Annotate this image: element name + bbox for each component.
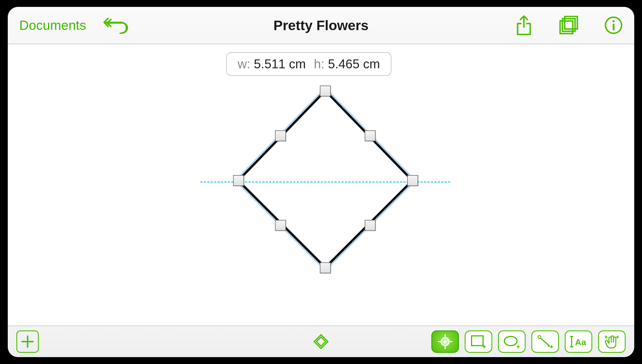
plus-icon — [20, 334, 35, 349]
add-shape-button[interactable] — [16, 330, 39, 353]
svg-text:Aa: Aa — [575, 337, 586, 347]
ellipse-icon — [503, 334, 521, 349]
freehand-tool[interactable] — [598, 330, 626, 353]
rectangle-tool[interactable] — [465, 330, 492, 353]
ellipse-tool[interactable] — [498, 330, 526, 353]
selection-highlight-icon — [237, 90, 414, 269]
documents-back-button[interactable]: Documents — [19, 18, 86, 33]
diamond-shape-icon — [238, 91, 412, 268]
resize-handle[interactable] — [275, 130, 286, 141]
resize-handle[interactable] — [275, 220, 286, 231]
resize-handle[interactable] — [233, 175, 244, 186]
info-icon — [604, 16, 623, 34]
hand-icon — [603, 334, 620, 350]
drawing-mode-indicator[interactable] — [313, 334, 329, 350]
width-value: 5.511 cm — [254, 57, 306, 71]
line-tool[interactable] — [531, 330, 559, 353]
canvases-button[interactable] — [558, 16, 578, 35]
rectangle-icon — [470, 334, 487, 349]
height-label: h: — [314, 57, 324, 71]
top-toolbar: Documents Pretty Flowers — [8, 7, 634, 44]
resize-handle[interactable] — [365, 220, 376, 231]
text-icon: Aa — [569, 334, 588, 349]
canvas[interactable]: w: 5.511 cm h: 5.465 cm — [8, 44, 634, 326]
crosshair-icon — [437, 334, 453, 350]
svg-rect-10 — [472, 336, 483, 346]
selected-shape[interactable] — [235, 87, 416, 271]
undo-button[interactable] — [103, 17, 129, 34]
size-hud: w: 5.511 cm h: 5.465 cm — [226, 52, 391, 76]
resize-handle[interactable] — [320, 86, 331, 96]
undo-icon — [103, 17, 129, 34]
height-value: 5.465 cm — [328, 57, 380, 71]
text-tool[interactable]: Aa — [565, 330, 592, 353]
info-button[interactable] — [604, 16, 623, 34]
svg-point-4 — [613, 20, 615, 22]
diamond-icon — [313, 334, 329, 350]
resize-handle[interactable] — [365, 130, 376, 141]
resize-handle[interactable] — [320, 262, 331, 273]
svg-point-9 — [444, 340, 447, 343]
width-label: w: — [238, 57, 250, 71]
resize-handle[interactable] — [407, 175, 418, 186]
share-button[interactable] — [515, 15, 533, 36]
line-icon — [537, 334, 554, 349]
selection-tool[interactable] — [431, 330, 459, 353]
bottom-toolbar: Aa — [8, 326, 634, 357]
canvases-icon — [558, 16, 578, 35]
svg-rect-5 — [613, 24, 614, 30]
share-icon — [515, 15, 533, 36]
svg-point-11 — [504, 336, 517, 346]
app-window: Documents Pretty Flowers — [8, 7, 634, 357]
